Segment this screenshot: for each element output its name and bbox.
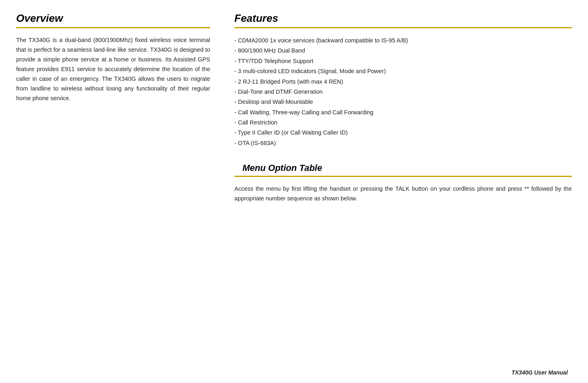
- feature-item: - Call Restriction: [234, 118, 572, 128]
- overview-body: The TX340G is a dual-band (800/1900Mhz) …: [16, 36, 210, 103]
- menu-option-title: Menu Option Table: [234, 163, 572, 173]
- page-container: Overview The TX340G is a dual-band (800/…: [0, 0, 588, 383]
- menu-option-divider: [234, 176, 572, 177]
- left-column: Overview The TX340G is a dual-band (800/…: [16, 12, 210, 375]
- menu-option-section: Menu Option Table Access the menu by fir…: [234, 163, 572, 204]
- overview-divider: [16, 27, 210, 28]
- features-divider: [234, 27, 572, 28]
- overview-title: Overview: [16, 12, 210, 25]
- feature-item: - TTY/TDD Telephone Support: [234, 56, 572, 66]
- feature-item: - 3 multi-colored LED Indicators (Signal…: [234, 66, 572, 76]
- right-column: Features - CDMA2000 1x voice services (b…: [234, 12, 572, 375]
- feature-item: - Type II Caller ID (or Call Waiting Cal…: [234, 128, 572, 138]
- features-title: Features: [234, 12, 572, 25]
- feature-item: - Dial-Tone and DTMF Generation: [234, 87, 572, 97]
- feature-item: - OTA (IS-683A): [234, 138, 572, 148]
- feature-item: - Desktop and Wall-Mountable: [234, 97, 572, 107]
- feature-item: - 800/1900 MHz Dual Band: [234, 46, 572, 56]
- menu-option-body: Access the menu by first lifting the han…: [234, 184, 572, 204]
- feature-item: - CDMA2000 1x voice services (backward c…: [234, 36, 572, 46]
- feature-item: - Call Waiting, Three-way Calling and Ca…: [234, 107, 572, 118]
- features-list: - CDMA2000 1x voice services (backward c…: [234, 36, 572, 148]
- footer-text: TX340G User Manual: [512, 369, 568, 376]
- feature-item: - 2 RJ-11 Bridged Ports (with max 4 REN): [234, 77, 572, 87]
